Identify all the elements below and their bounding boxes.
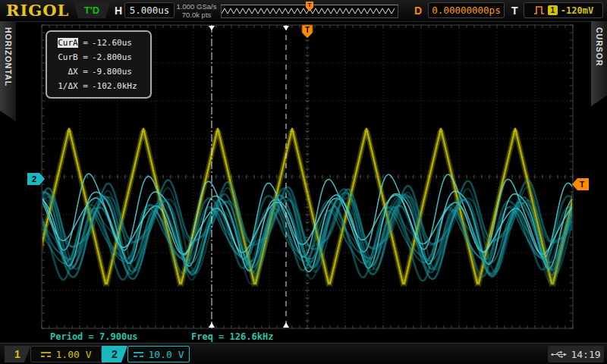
cursor-a-bottom-handle[interactable]	[209, 322, 215, 328]
cursor-b-name: CurB	[58, 52, 78, 62]
cursor-b-top-handle[interactable]	[283, 26, 289, 30]
cursor-dx-row: ΔX = -9.800us	[50, 64, 146, 79]
cursor-b-bottom-handle[interactable]	[283, 322, 289, 328]
cursor-invdx-row: 1/ΔX = -102.0kHz	[50, 79, 146, 93]
oscilloscope-screen: T2T RIGOL T'D H 5.000us 1.000 GSa/s 70.0…	[0, 0, 607, 364]
cursor-b-row: CurB = -2.800us	[50, 50, 146, 64]
freq-measurement: Freq = 126.6kHz	[191, 331, 273, 342]
cursor-a-row: CurA = -12.60us	[50, 36, 146, 50]
trigger-position-marker-label: T	[305, 26, 310, 34]
period-measurement: Period = 7.900us	[50, 331, 138, 342]
cursor-dx-value: -9.800us	[92, 67, 132, 77]
cursor-a-name: CurA	[58, 38, 78, 48]
cursor-a-top-handle[interactable]	[209, 26, 215, 30]
cursor-readout-panel: CurA = -12.60us CurB = -2.800us ΔX = -9.…	[46, 30, 152, 99]
cursor-invdx-name: 1/ΔX	[58, 81, 78, 91]
ch2-trace	[42, 193, 573, 275]
ch2-ground-marker-label: 2	[32, 174, 36, 184]
cursor-b-value: -2.800us	[92, 52, 132, 62]
cursor-a-value: -12.60us	[92, 38, 132, 48]
cursor-dx-name: ΔX	[68, 67, 78, 77]
trigger-level-marker-label: T	[580, 180, 584, 189]
cursor-invdx-value: -102.0kHz	[92, 81, 137, 91]
